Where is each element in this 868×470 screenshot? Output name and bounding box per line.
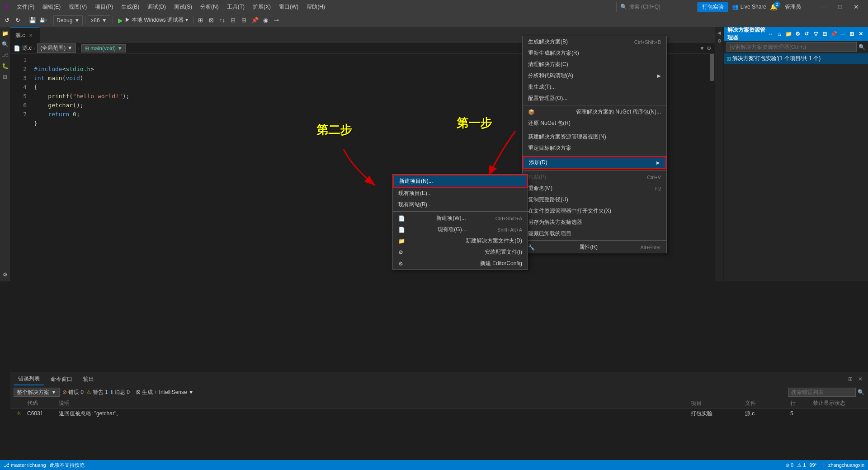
bp-build-filter[interactable]: ⊠ 生成 + IntelliSense ▼ (136, 389, 194, 396)
se-close-icon[interactable]: ✕ (857, 30, 864, 38)
menu-file[interactable]: 文件(F) (13, 2, 38, 12)
cm-add-new-project[interactable]: 新建项目(N)... (393, 175, 528, 188)
cm-add-existing-item[interactable]: 📄 现有项(G)... Shift+Alt+A (393, 224, 528, 235)
editor-scrollbar[interactable] (709, 54, 715, 281)
settings-icon[interactable]: ⚙ (707, 45, 712, 52)
cm-add-new-item[interactable]: 📄 新建项(W)... Ctrl+Shift+A (393, 213, 528, 224)
toolbar-btn-8[interactable]: ⊸ (272, 15, 282, 25)
se-collapse-all-icon[interactable]: ⊟ (821, 30, 828, 38)
se-item-solution[interactable]: ⊞ 解决方案'打包实验'(1 个项目/共 1 个) (724, 53, 868, 64)
cm-paste[interactable]: 粘贴(P) Ctrl+V (523, 171, 666, 183)
tab-close-icon[interactable]: ✕ (28, 32, 34, 38)
sb-zoom[interactable]: 99* (809, 462, 817, 468)
se-sync-icon[interactable]: ↔ (767, 30, 774, 38)
cm-add[interactable]: 添加(D) ▶ (523, 156, 666, 169)
th-code[interactable]: 代码 (24, 399, 56, 407)
menu-test[interactable]: 测试(S) (170, 2, 196, 12)
manage-button[interactable]: 管理员 (781, 2, 805, 12)
bp-scope-select[interactable]: 整个解决方案 ▼ (14, 388, 60, 397)
cm-install-config[interactable]: ⚙ 安装配置文件(I) (393, 247, 528, 258)
se-minimize-icon[interactable]: ─ (839, 30, 846, 38)
save-all-button[interactable]: 💾+ (38, 15, 48, 25)
bp-search-input[interactable] (788, 388, 856, 397)
se-settings-icon[interactable]: ⚙ (794, 30, 801, 38)
sb-errors[interactable]: ⊘ 0 (785, 462, 793, 468)
activity-settings[interactable]: ⚙ (3, 271, 8, 278)
scrollbar-thumb[interactable] (710, 54, 714, 81)
menu-extensions[interactable]: 扩展(X) (249, 2, 274, 12)
se-search-input[interactable] (726, 42, 857, 52)
bp-error-filter[interactable]: ⊘ 错误 0 (62, 389, 84, 396)
bp-close-icon[interactable]: ✕ (856, 375, 864, 383)
table-row[interactable]: ⚠ C6031 返回值被忽略: "getchar"。 打包实验 源.c 5 (10, 408, 868, 418)
menu-build[interactable]: 生成(B) (118, 2, 143, 12)
debug-project-button[interactable]: 打包实验 (698, 2, 728, 12)
func-dropdown[interactable]: ⊞ main(void) ▼ (81, 44, 126, 52)
cm-add-existing-website[interactable]: 现有网站(B)... (393, 199, 528, 210)
et-settings[interactable]: ⚙ (716, 37, 723, 44)
se-refresh-icon[interactable]: ↺ (803, 30, 810, 38)
se-home-icon[interactable]: ⌂ (776, 30, 783, 38)
cm-batch-build[interactable]: 批生成(T)... (523, 81, 666, 93)
se-float-icon[interactable]: ⊞ (848, 30, 855, 38)
close-button[interactable]: ✕ (848, 0, 864, 14)
bp-warning-filter[interactable]: ⚠ 警告 1 (86, 389, 108, 396)
cm-add-solution-folder[interactable]: 📁 新建解决方案文件夹(D) (393, 235, 528, 247)
activity-search[interactable]: 🔍 (0, 40, 9, 49)
redo-button[interactable]: ↻ (13, 15, 23, 25)
bp-tab-errors[interactable]: 错误列表 (14, 373, 44, 385)
th-project[interactable]: 项目 (688, 399, 742, 407)
th-desc[interactable]: 说明 (56, 399, 688, 407)
menu-view[interactable]: 视图(V) (65, 2, 90, 12)
cm-analyze[interactable]: 分析和代码清理(A) ▶ (523, 70, 666, 81)
config-dropdown[interactable]: Debug ▼ (53, 15, 83, 25)
cm-copy-path[interactable]: 复制完整路径(U) (523, 194, 666, 205)
save-button[interactable]: 💾 (28, 15, 38, 25)
sb-branch[interactable]: ⎇ master↑ichuang (4, 462, 46, 468)
run-button[interactable]: ▶ ▶ 本地 Windows 调试器 ▾ (115, 16, 191, 24)
menu-debug[interactable]: 调试(D) (144, 2, 170, 12)
cm-config-manager[interactable]: 配置管理器(O)... (523, 93, 666, 104)
sb-warnings[interactable]: ⚠ 1 (797, 462, 806, 468)
toolbar-btn-1[interactable]: ⊞ (196, 15, 206, 25)
bp-search-icon[interactable]: 🔍 (858, 389, 864, 395)
menu-window[interactable]: 窗口(W) (275, 2, 302, 12)
tab-source-c[interactable]: 源.c ✕ (10, 27, 40, 43)
cm-hide-unloaded[interactable]: 隐藏已卸载的项目 (523, 228, 666, 239)
activity-debug[interactable]: 🐛 (0, 62, 9, 71)
maximize-button[interactable]: □ (832, 0, 848, 14)
scope-dropdown[interactable]: (全局范围) ▼ (37, 43, 75, 53)
bp-float-icon[interactable]: ⊞ (846, 375, 854, 383)
cm-new-editorconfig[interactable]: ⚙ 新建 EditorConfig (393, 258, 528, 269)
minimize-button[interactable]: ─ (816, 0, 832, 14)
cm-rename[interactable]: 重命名(M) F2 (523, 183, 666, 194)
menu-analyze[interactable]: 分析(N) (197, 2, 222, 12)
menu-project[interactable]: 项目(P) (91, 2, 117, 12)
platform-dropdown[interactable]: x86 ▼ (88, 15, 110, 25)
toolbar-btn-3[interactable]: ↑↓ (217, 15, 227, 25)
menu-tools[interactable]: 工具(T) (223, 2, 248, 12)
bp-tab-command[interactable]: 命令窗口 (46, 374, 77, 385)
se-filter-icon[interactable]: ▽ (812, 30, 819, 38)
et-collapse[interactable]: ◀ (716, 29, 723, 36)
th-suppress[interactable]: 禁止显示状态 (810, 399, 864, 407)
se-pin-icon[interactable]: 📌 (830, 30, 837, 38)
se-folder-icon[interactable]: 📁 (785, 30, 792, 38)
activity-git[interactable]: ⎇ (0, 51, 9, 60)
live-share-button[interactable]: 👥 Live Share (732, 4, 766, 10)
toolbar-btn-6[interactable]: 📌 (250, 15, 260, 25)
cm-open-in-explorer[interactable]: 在文件资源管理器中打开文件夹(X) (523, 205, 666, 217)
menu-help[interactable]: 帮助(H) (303, 2, 329, 12)
cm-rebuild-solution[interactable]: 重新生成解决方案(R) (523, 47, 666, 59)
cm-nuget-restore[interactable]: 还原 NuGet 包(R) (523, 118, 666, 129)
cm-save-filter[interactable]: 另存为解决方案筛选器 (523, 217, 666, 228)
collapse-icon[interactable]: ▼ (699, 45, 705, 52)
toolbar-btn-7[interactable]: ◉ (261, 15, 271, 25)
bp-info-filter[interactable]: ℹ 消息 0 (111, 389, 130, 396)
menu-edit[interactable]: 编辑(E) (39, 2, 64, 12)
th-file[interactable]: 文件 (742, 399, 788, 407)
cm-add-existing-project[interactable]: 现有项目(E)... (393, 188, 528, 199)
activity-explorer[interactable]: 📁 (0, 29, 9, 38)
cm-properties[interactable]: 🔧 属性(R) Alt+Enter (523, 242, 666, 253)
global-search-bar[interactable]: 🔍 搜索 (Ctrl+Q) (616, 2, 698, 12)
